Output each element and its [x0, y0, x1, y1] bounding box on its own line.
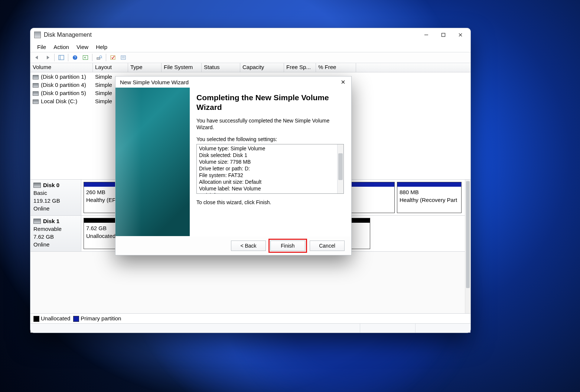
forward-icon[interactable]	[43, 53, 52, 62]
col-filesystem[interactable]: File System	[162, 63, 202, 72]
menu-view[interactable]: View	[73, 43, 92, 51]
wizard-success-text: You have successfully completed the New …	[196, 117, 344, 131]
wizard-title: New Simple Volume Wizard	[120, 79, 189, 85]
menu-help[interactable]: Help	[92, 43, 111, 51]
volume-icon	[33, 91, 39, 96]
partition[interactable]: 880 MBHealthy (Recovery Part	[397, 182, 462, 213]
volume-icon	[33, 99, 39, 104]
wizard-back-button[interactable]: < Back	[231, 241, 266, 251]
vertical-scrollbar[interactable]	[465, 180, 470, 313]
svg-line-11	[101, 58, 102, 58]
new-simple-volume-wizard: New Simple Volume Wizard Completing the …	[115, 76, 352, 255]
wizard-close-hint: To close this wizard, click Finish.	[196, 199, 344, 206]
menu-file[interactable]: File	[33, 43, 50, 51]
col-layout[interactable]: Layout	[93, 63, 128, 72]
volume-name: (Disk 0 partition 5)	[41, 90, 86, 96]
refresh-icon[interactable]	[81, 53, 90, 62]
legend-unallocated: Unallocated	[41, 315, 70, 321]
menubar: File Action View Help	[30, 42, 470, 52]
minimize-button[interactable]	[418, 29, 435, 40]
volume-list-header: Volume Layout Type File System Status Ca…	[30, 63, 470, 72]
maximize-button[interactable]	[435, 29, 452, 40]
wizard-cancel-button[interactable]: Cancel	[310, 241, 345, 251]
wizard-settings-label: You selected the following settings:	[196, 136, 344, 143]
svg-rect-13	[121, 56, 126, 59]
disk-name: Disk 1	[43, 218, 59, 224]
disk-status: Online	[33, 241, 78, 248]
wizard-button-row: < Back Finish Cancel	[115, 236, 351, 255]
disk-icon	[33, 183, 41, 188]
show-hide-console-tree-icon[interactable]	[57, 53, 66, 62]
settings-scrollbar[interactable]	[337, 144, 343, 193]
settings-scroll-thumb[interactable]	[338, 153, 343, 180]
wizard-setting-line: Allocation unit size: Default	[199, 179, 341, 185]
wizard-setting-line: Drive letter or path: D:	[199, 165, 341, 172]
col-capacity[interactable]: Capacity	[240, 63, 284, 72]
wizard-banner-image	[115, 88, 190, 236]
disk-size: 7.62 GB	[33, 233, 78, 241]
wizard-setting-line: Quick format: Yes	[199, 192, 341, 194]
col-status[interactable]: Status	[202, 63, 240, 72]
wizard-close-button[interactable]	[337, 78, 349, 86]
rescan-disks-icon[interactable]	[95, 53, 104, 62]
col-type[interactable]: Type	[128, 63, 162, 72]
back-icon[interactable]	[33, 53, 42, 62]
disk-type: Basic	[33, 189, 78, 197]
scroll-thumb[interactable]	[466, 181, 470, 288]
disk-name: Disk 0	[43, 182, 59, 188]
volume-icon	[33, 83, 39, 88]
wizard-settings-list[interactable]: Volume type: Simple VolumeDisk selected:…	[196, 144, 344, 194]
status-bar	[30, 323, 470, 333]
legend: Unallocated Primary partition	[30, 313, 470, 323]
wizard-finish-button[interactable]: Finish	[270, 241, 305, 251]
disk-status: Online	[33, 205, 78, 212]
wizard-setting-line: Disk selected: Disk 1	[199, 152, 341, 159]
col-freespace[interactable]: Free Sp...	[284, 63, 316, 72]
volume-name: (Disk 0 partition 4)	[41, 82, 86, 88]
svg-rect-4	[59, 55, 64, 60]
volume-icon	[33, 75, 39, 79]
svg-rect-9	[97, 58, 100, 59]
col-volume[interactable]: Volume	[30, 63, 93, 72]
titlebar[interactable]: Disk Management	[30, 28, 470, 42]
wizard-setting-line: Volume label: New Volume	[199, 185, 341, 192]
partition-body: 880 MBHealthy (Recovery Part	[397, 187, 461, 213]
svg-rect-1	[442, 33, 445, 37]
desktop-wallpaper: Disk Management File Action View Help	[0, 0, 580, 392]
disk-type: Removable	[33, 225, 78, 233]
action-icon[interactable]	[108, 53, 117, 62]
wizard-titlebar[interactable]: New Simple Volume Wizard	[115, 76, 351, 88]
legend-primary: Primary partition	[81, 315, 121, 321]
volume-name: (Disk 0 partition 1)	[41, 74, 86, 80]
window-title: Disk Management	[44, 32, 92, 38]
disk-size: 119.12 GB	[33, 197, 78, 205]
wizard-setting-line: Volume size: 7798 MB	[199, 159, 341, 165]
svg-text:?: ?	[74, 56, 76, 60]
partition-header	[397, 182, 461, 187]
col-pctfree[interactable]: % Free	[316, 63, 356, 72]
help-icon[interactable]: ?	[71, 53, 79, 62]
menu-action[interactable]: Action	[50, 43, 73, 51]
wizard-heading: Completing the New Simple Volume Wizard	[196, 93, 344, 112]
disk-icon	[33, 219, 41, 224]
properties-icon[interactable]	[119, 53, 128, 62]
disk-info[interactable]: Disk 0Basic119.12 GBOnline	[30, 180, 81, 215]
volume-name: Local Disk (C:)	[41, 98, 77, 104]
disk-info[interactable]: Disk 1Removable7.62 GBOnline	[30, 216, 81, 251]
close-button[interactable]	[452, 29, 469, 40]
disk-management-icon	[34, 32, 41, 38]
toolbar: ?	[30, 52, 470, 63]
wizard-setting-line: Volume type: Simple Volume	[199, 145, 341, 152]
wizard-setting-line: File system: FAT32	[199, 172, 341, 179]
